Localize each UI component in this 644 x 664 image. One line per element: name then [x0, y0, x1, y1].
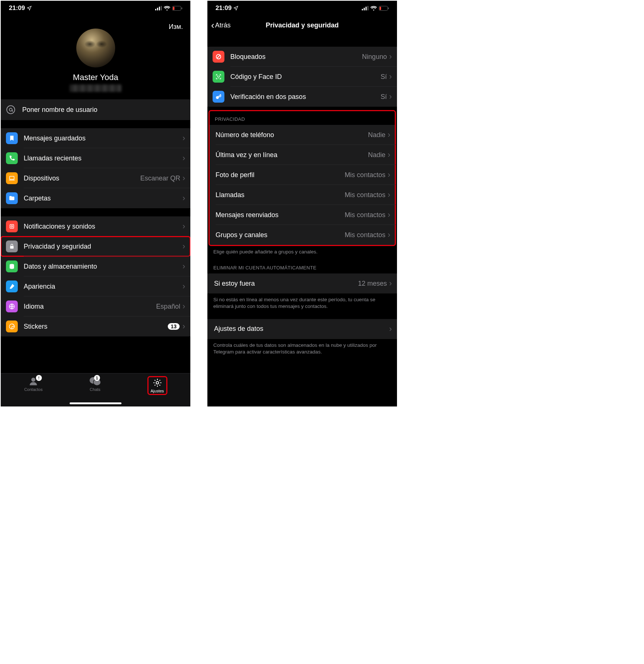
tab-chats[interactable]: 1 Chats — [90, 376, 101, 392]
key-icon — [213, 91, 224, 103]
svg-rect-10 — [10, 225, 14, 229]
datos-y-almacenamiento-label: Datos y almacenamiento — [24, 263, 183, 270]
chevron-right-icon: › — [183, 153, 185, 163]
svg-point-28 — [217, 76, 218, 77]
avatar[interactable] — [76, 29, 115, 67]
set-username-row[interactable]: Poner nombre de usuario — [1, 99, 190, 120]
phone-icon — [6, 152, 18, 164]
tab-settings[interactable]: Ajustes — [148, 376, 167, 395]
mensajes-guardados-row[interactable]: Mensajes guardados› — [1, 128, 190, 148]
gear-icon — [152, 378, 163, 388]
delete-header: ELIMINAR MI CUENTA AUTOMÁTICAMENTE — [207, 255, 397, 273]
home-indicator[interactable] — [70, 402, 121, 404]
tab-contacts-label: Contactos — [24, 387, 43, 392]
data-settings-row[interactable]: Ajustes de datos › — [207, 319, 397, 339]
phone-privacy-screen: 21:09 ‹ Atrás Privacidad y seguridad Blo… — [207, 1, 397, 406]
idioma-value: Español — [156, 303, 180, 311]
wifi-icon — [370, 6, 377, 11]
bloqueados-value: Ninguno — [362, 53, 387, 61]
idioma-label: Idioma — [24, 303, 156, 311]
data-settings-group: Ajustes de datos › — [207, 319, 397, 339]
apariencia-row[interactable]: Apariencia› — [1, 276, 190, 296]
status-bar: 21:09 — [207, 1, 397, 16]
grupos-y-canales-value: Mis contactos — [345, 231, 386, 239]
ultima-vez-y-en-linea-value: Nadie — [368, 151, 386, 159]
tab-settings-label: Ajustes — [151, 389, 164, 393]
svg-point-16 — [31, 378, 36, 382]
svg-rect-26 — [388, 7, 389, 9]
chevron-right-icon: › — [183, 282, 185, 291]
privacy-group: Número de teléfonoNadie›Última vez y en … — [209, 125, 396, 245]
stickers-label: Stickers — [24, 323, 168, 331]
lock-icon — [6, 240, 18, 252]
security-group: BloqueadosNinguno›Código y Face IDSí›Ver… — [207, 47, 397, 107]
foto-de-perfil-value: Mis contactos — [345, 171, 386, 179]
delete-footer: Si no estás en línea al menos una vez du… — [207, 293, 397, 310]
idioma-row[interactable]: IdiomaEspañol› — [1, 296, 190, 316]
svg-rect-22 — [366, 7, 367, 10]
block-icon — [213, 51, 224, 63]
stickers-row[interactable]: Stickers13› — [1, 316, 190, 336]
bloqueados-row[interactable]: BloqueadosNinguno› — [207, 47, 397, 67]
contacts-badge: ! — [36, 375, 42, 381]
llamadas-label: Llamadas — [216, 191, 345, 199]
numero-de-telefono-label: Número de teléfono — [216, 131, 368, 139]
carpetas-label: Carpetas — [24, 195, 183, 202]
signal-icon — [362, 6, 368, 10]
svg-point-29 — [219, 76, 220, 77]
codigo-y-face-id-row[interactable]: Código y Face IDSí› — [207, 67, 397, 87]
mensajes-reenviados-label: Mensajes reenviados — [216, 211, 345, 219]
svg-rect-0 — [155, 9, 156, 10]
profile-phone-blurred — [70, 84, 121, 92]
settings-group-1: Mensajes guardados›Llamadas recientes›Di… — [1, 128, 190, 208]
chevron-right-icon: › — [183, 302, 185, 311]
chevron-right-icon: › — [388, 150, 390, 160]
at-icon — [6, 105, 16, 114]
svg-rect-12 — [10, 246, 13, 249]
chevron-right-icon: › — [389, 52, 392, 62]
foto-de-perfil-row[interactable]: Foto de perfilMis contactos› — [209, 165, 396, 185]
grupos-y-canales-row[interactable]: Grupos y canalesMis contactos› — [209, 225, 396, 245]
numero-de-telefono-row[interactable]: Número de teléfonoNadie› — [209, 125, 396, 145]
verificacion-en-dos-pasos-row[interactable]: Verificación en dos pasosSí› — [207, 87, 397, 107]
grupos-y-canales-label: Grupos y canales — [216, 231, 345, 239]
back-label: Atrás — [215, 21, 231, 29]
notificaciones-y-sonidos-row[interactable]: Notificaciones y sonidos› — [1, 216, 190, 236]
svg-rect-5 — [173, 7, 174, 10]
dispositivos-row[interactable]: DispositivosEscanear QR› — [1, 168, 190, 188]
battery-icon — [379, 6, 389, 11]
llamadas-value: Mis contactos — [345, 191, 386, 199]
llamadas-row[interactable]: LlamadasMis contactos› — [209, 185, 396, 205]
privacy-header: PRIVACIDAD — [209, 110, 396, 125]
mensajes-reenviados-row[interactable]: Mensajes reenviadosMis contactos› — [209, 205, 396, 225]
chevron-right-icon: › — [183, 222, 185, 231]
laptop-icon — [6, 172, 18, 184]
profile-header: Master Yoda — [1, 16, 190, 99]
away-row[interactable]: Si estoy fuera 12 meses › — [207, 273, 397, 293]
svg-rect-6 — [181, 7, 182, 9]
chevron-right-icon: › — [389, 279, 392, 288]
globe-icon — [6, 301, 18, 312]
sticker-icon — [6, 321, 18, 332]
back-button[interactable]: ‹ Atrás — [211, 20, 231, 31]
chevron-right-icon: › — [388, 230, 390, 240]
tab-contacts[interactable]: ! Contactos — [24, 376, 43, 392]
carpetas-row[interactable]: Carpetas› — [1, 188, 190, 208]
svg-rect-1 — [157, 8, 158, 10]
away-label: Si estoy fuera — [214, 280, 358, 288]
data-icon — [6, 260, 18, 272]
ultima-vez-y-en-linea-row[interactable]: Última vez y en líneaNadie› — [209, 145, 396, 165]
status-time: 21:09 — [216, 4, 231, 12]
svg-rect-2 — [159, 7, 160, 10]
chevron-right-icon: › — [388, 210, 390, 220]
set-username-label: Poner nombre de usuario — [22, 106, 185, 114]
chevron-right-icon: › — [389, 324, 392, 334]
status-time: 21:09 — [9, 4, 25, 12]
privacidad-y-seguridad-row[interactable]: Privacidad y seguridad› — [1, 236, 190, 256]
data-settings-footer: Controla cuáles de tus datos son almacen… — [207, 339, 397, 355]
edit-button[interactable]: Изм. — [168, 23, 183, 31]
datos-y-almacenamiento-row[interactable]: Datos y almacenamiento› — [1, 256, 190, 276]
chevron-right-icon: › — [389, 72, 392, 82]
llamadas-recientes-row[interactable]: Llamadas recientes› — [1, 148, 190, 168]
chevron-right-icon: › — [388, 190, 390, 200]
